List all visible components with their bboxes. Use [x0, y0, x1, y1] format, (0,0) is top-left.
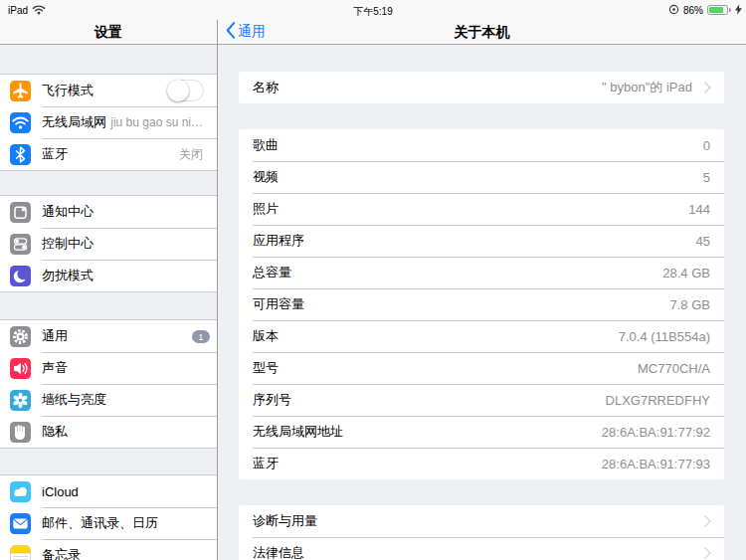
- sidebar-item-sounds[interactable]: 声音: [0, 352, 217, 384]
- name-card: 名称 " bybon"的 iPad: [239, 72, 724, 103]
- sidebar-item-wlan[interactable]: 无线局域网jiu bu gao su ni…: [0, 106, 217, 138]
- charging-bolt-icon: [735, 1, 742, 19]
- sidebar-item-label: 邮件、通讯录、日历: [42, 514, 217, 532]
- about-row-available: 可用容量7.8 GB: [239, 288, 724, 320]
- about-row-capacity: 总容量28.4 GB: [239, 257, 724, 288]
- sidebar-item-value: jiu bu gao su ni…: [110, 115, 203, 129]
- row-value: 144: [688, 202, 710, 217]
- row-label: 法律信息: [253, 544, 692, 560]
- row-label: 照片: [253, 200, 688, 218]
- sidebar-item-label: 飞行模式: [42, 82, 167, 99]
- page-title: 关于本机: [218, 20, 746, 44]
- hand-icon: [10, 422, 31, 443]
- envelope-icon: [10, 513, 31, 534]
- sidebar-item-label: 声音: [42, 359, 217, 377]
- sidebar-item-label: 通用: [42, 327, 192, 345]
- sidebar-item-airplane-mode[interactable]: 飞行模式: [0, 75, 217, 106]
- sidebar-group: 飞行模式无线局域网jiu bu gao su ni…蓝牙关闭: [0, 74, 217, 171]
- sidebar-item-label: iCloud: [42, 484, 217, 499]
- sidebar-item-wallpapers-brightness[interactable]: 墙纸与亮度: [0, 384, 217, 416]
- wifi-icon: [10, 112, 31, 133]
- row-value: 28:6A:BA:91:77:93: [602, 457, 710, 471]
- sidebar-item-general[interactable]: 通用1: [0, 320, 217, 352]
- about-row-model: 型号MC770CH/A: [239, 352, 724, 384]
- control-center-icon: [10, 234, 31, 255]
- about-row-wifi-address: 无线局域网地址28:6A:BA:91:77:92: [239, 416, 724, 448]
- about-pane: 名称 " bybon"的 iPad 歌曲0视频5照片144应用程序45总容量28…: [218, 45, 746, 560]
- sidebar-group: 通用1声音墙纸与亮度隐私: [0, 319, 217, 449]
- sidebar-item-label: 通知中心: [42, 203, 217, 221]
- about-row-bluetooth-address: 蓝牙28:6A:BA:91:77:93: [239, 448, 724, 479]
- sidebar-item-bluetooth[interactable]: 蓝牙关闭: [0, 138, 217, 170]
- cloud-icon: [10, 481, 31, 502]
- row-label: 序列号: [253, 391, 606, 409]
- sidebar-item-notification-center[interactable]: 通知中心: [0, 196, 217, 228]
- actions-card: 诊断与用量法律信息: [239, 505, 724, 560]
- airplane-mode-toggle[interactable]: [167, 80, 204, 101]
- row-label: 视频: [253, 168, 703, 186]
- row-label: 诊断与用量: [253, 512, 692, 530]
- about-row-serial-number: 序列号DLXG7RREDFHY: [239, 384, 724, 416]
- sidebar-item-label: 隐私: [42, 423, 217, 441]
- rotation-lock-icon: [668, 1, 679, 19]
- row-label: 名称: [253, 79, 602, 96]
- chevron-right-icon: [699, 82, 710, 93]
- about-row-diagnostics-usage[interactable]: 诊断与用量: [239, 505, 724, 537]
- about-row-legal[interactable]: 法律信息: [239, 537, 724, 560]
- sidebar-item-label: 勿扰模式: [42, 267, 217, 284]
- gear-icon: [10, 326, 31, 347]
- about-row-applications: 应用程序45: [239, 225, 724, 257]
- sidebar-title: 设置: [0, 20, 217, 44]
- sidebar-item-privacy[interactable]: 隐私: [0, 416, 217, 448]
- row-value: 28.4 GB: [662, 266, 710, 280]
- row-value: 28:6A:BA:91:77:92: [602, 425, 710, 440]
- about-row-songs: 歌曲0: [239, 129, 724, 161]
- row-value: 7.8 GB: [670, 297, 710, 312]
- sidebar-item-control-center[interactable]: 控制中心: [0, 228, 217, 260]
- row-label: 可用容量: [253, 295, 670, 313]
- sidebar-item-label: 备忘录: [42, 546, 217, 560]
- row-label: 版本: [253, 327, 619, 345]
- row-label: 型号: [253, 359, 638, 377]
- about-row-version: 版本7.0.4 (11B554a): [239, 320, 724, 352]
- row-value: 7.0.4 (11B554a): [619, 329, 710, 344]
- sidebar-item-icloud[interactable]: iCloud: [0, 475, 217, 507]
- notes-icon: [10, 545, 31, 560]
- bluetooth-icon: [10, 144, 31, 165]
- moon-icon: [10, 266, 31, 286]
- status-bar-right: 86%: [668, 4, 742, 16]
- sidebar-item-label: 墙纸与亮度: [42, 391, 217, 409]
- status-time: 下午5:19: [0, 5, 746, 19]
- row-label: 歌曲: [253, 136, 703, 154]
- sidebar-item-value: 关闭: [179, 146, 203, 163]
- row-value: DLXG7RREDFHY: [606, 393, 710, 408]
- notification-center-icon: [10, 202, 31, 223]
- row-label: 应用程序: [253, 232, 696, 250]
- sidebar-group: 通知中心控制中心勿扰模式: [0, 195, 217, 292]
- row-label: 总容量: [253, 264, 662, 281]
- sidebar-item-label: 蓝牙: [42, 145, 179, 163]
- about-row-name[interactable]: 名称 " bybon"的 iPad: [239, 72, 724, 103]
- notification-badge: 1: [192, 330, 210, 343]
- sidebar-item-mail-contacts-calendars[interactable]: 邮件、通讯录、日历: [0, 507, 217, 539]
- flower-icon: [10, 390, 31, 411]
- battery-percent: 86%: [683, 5, 703, 16]
- sidebar-group: iCloud邮件、通讯录、日历备忘录: [0, 474, 217, 560]
- row-value: 45: [696, 234, 710, 249]
- about-row-photos: 照片144: [239, 193, 724, 225]
- pane-divider: [217, 20, 218, 560]
- row-value: 0: [703, 138, 710, 153]
- row-label: 蓝牙: [253, 455, 602, 472]
- sidebar-item-do-not-disturb[interactable]: 勿扰模式: [0, 260, 217, 291]
- sidebar-item-notes[interactable]: 备忘录: [0, 539, 217, 560]
- row-value: " bybon"的 iPad: [602, 79, 692, 96]
- sidebar-item-label: 无线局域网: [42, 113, 110, 131]
- device-info-card: 歌曲0视频5照片144应用程序45总容量28.4 GB可用容量7.8 GB版本7…: [239, 129, 724, 479]
- header-bar: iPad 下午5:19 86% 设置 通用 关于本机: [0, 0, 746, 45]
- sidebar-item-label: 控制中心: [42, 235, 217, 253]
- about-row-videos: 视频5: [239, 161, 724, 193]
- speaker-icon: [10, 358, 31, 379]
- row-value: 5: [703, 170, 710, 185]
- settings-sidebar: 飞行模式无线局域网jiu bu gao su ni…蓝牙关闭通知中心控制中心勿扰…: [0, 45, 217, 560]
- chevron-right-icon: [699, 515, 710, 526]
